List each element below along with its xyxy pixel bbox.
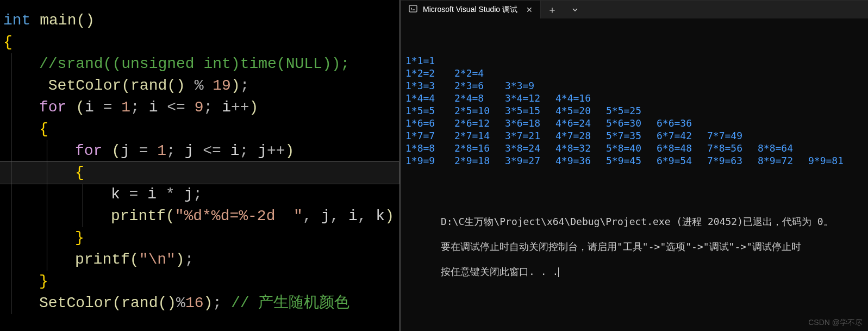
hint-msg: 要在调试停止时自动关闭控制台，请启用"工具"->"选项"->"调试"->"调试停… bbox=[441, 241, 801, 252]
code-line[interactable]: SetColor(rand() % 19); bbox=[0, 75, 399, 97]
table-row: 1*6=62*6=123*6=184*6=245*6=306*6=36 bbox=[405, 117, 864, 129]
code-line[interactable]: } bbox=[0, 271, 399, 292]
code-line[interactable]: printf("\n"); bbox=[0, 249, 399, 271]
table-row: 1*3=32*3=63*3=9 bbox=[405, 79, 864, 92]
table-row: 1*2=22*2=4 bbox=[405, 67, 864, 79]
new-tab-button[interactable]: ＋ bbox=[541, 1, 564, 18]
watermark: CSDN @学不尽 bbox=[808, 316, 863, 329]
code-line[interactable]: k = i * j; bbox=[0, 184, 399, 205]
close-icon[interactable]: ✕ bbox=[526, 5, 533, 14]
terminal-tab-bar: Microsoft Visual Studio 调试 ✕ ＋ bbox=[401, 1, 868, 18]
console-output[interactable]: 1*1=11*2=22*2=41*3=32*3=63*3=91*4=42*4=8… bbox=[401, 18, 868, 331]
code-editor[interactable]: int main(){//srand((unsigned int)time(NU… bbox=[0, 0, 399, 331]
table-row: 1*9=92*9=183*9=274*9=365*9=456*9=547*9=6… bbox=[405, 154, 864, 167]
svg-rect-0 bbox=[409, 5, 417, 12]
code-line[interactable]: for (j = 1; j <= i; j++) bbox=[0, 140, 399, 162]
code-line[interactable]: { bbox=[0, 118, 399, 140]
table-row: 1*5=52*5=103*5=154*5=205*5=25 bbox=[405, 104, 864, 117]
tab-title: Microsoft Visual Studio 调试 bbox=[423, 5, 517, 15]
tab-dropdown-icon[interactable] bbox=[564, 1, 586, 18]
table-row: 1*7=72*7=143*7=214*7=285*7=356*7=427*7=4… bbox=[405, 129, 864, 142]
table-row: 1*4=42*4=83*4=124*4=16 bbox=[405, 92, 864, 104]
code-line[interactable]: { bbox=[0, 32, 399, 53]
table-row: 1*8=82*8=163*8=244*8=325*8=406*8=487*8=5… bbox=[405, 142, 864, 154]
code-line[interactable]: //srand((unsigned int)time(NULL)); bbox=[0, 53, 399, 75]
code-line[interactable]: { bbox=[0, 162, 399, 184]
terminal-icon bbox=[409, 4, 417, 15]
close-msg: 按任意键关闭此窗口. . . bbox=[441, 266, 558, 277]
code-line[interactable]: SetColor(rand()%16); // 产生随机颜色 bbox=[0, 292, 399, 314]
console-pane: Microsoft Visual Studio 调试 ✕ ＋ 1*1=11*2=… bbox=[401, 0, 868, 331]
table-row: 1*1=1 bbox=[405, 54, 864, 67]
code-line[interactable]: printf("%d*%d=%-2d ", j, i, k) bbox=[0, 205, 399, 227]
terminal-tab[interactable]: Microsoft Visual Studio 调试 ✕ bbox=[401, 1, 541, 18]
exit-msg: D:\C生万物\Project\x64\Debug\Project.exe (进… bbox=[441, 216, 833, 227]
code-line[interactable]: int main() bbox=[0, 10, 399, 32]
code-line[interactable]: } bbox=[0, 227, 399, 249]
code-line[interactable]: for (i = 1; i <= 9; i++) bbox=[0, 97, 399, 118]
